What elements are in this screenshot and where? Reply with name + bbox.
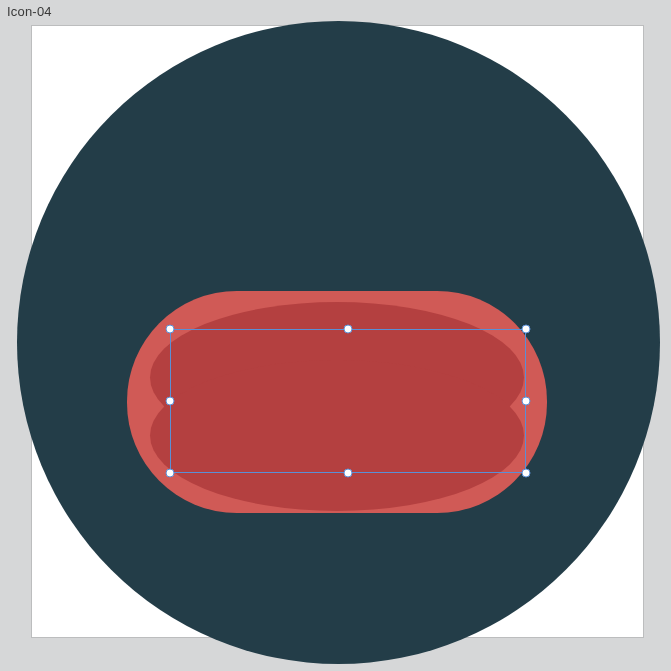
document-tab[interactable]: Icon-04 <box>7 4 52 19</box>
artboard[interactable] <box>31 25 644 638</box>
canvas-stage[interactable] <box>32 26 643 637</box>
design-app: Icon-04 <box>0 0 671 671</box>
inner-ellipse-bottom-shape[interactable] <box>150 360 524 511</box>
document-tab-label: Icon-04 <box>7 4 52 19</box>
